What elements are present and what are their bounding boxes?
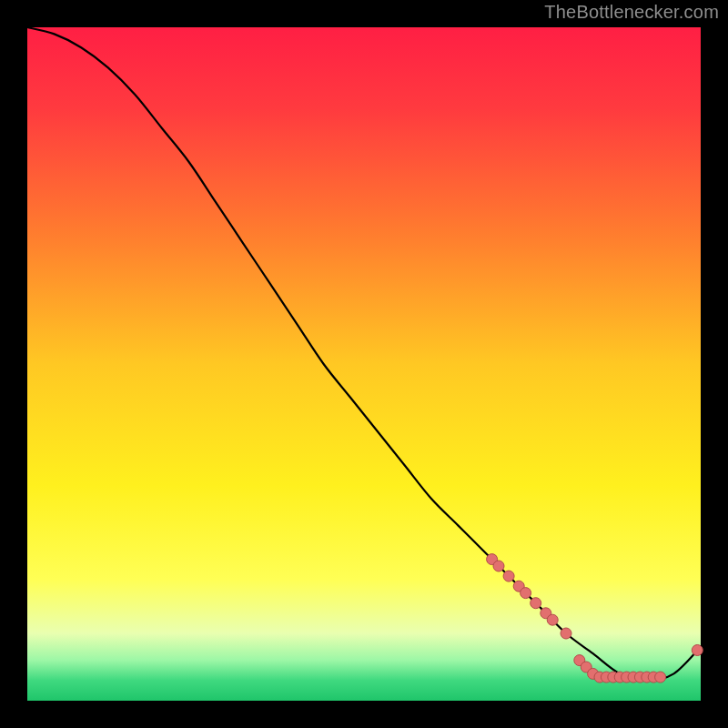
data-marker — [493, 561, 504, 571]
data-marker — [531, 598, 541, 609]
plot-background — [27, 27, 701, 701]
data-marker — [503, 571, 514, 581]
attribution-label: TheBottlenecker.com — [544, 2, 719, 23]
data-marker — [655, 672, 666, 682]
data-marker — [547, 614, 558, 625]
data-marker — [521, 588, 531, 599]
data-marker — [561, 628, 571, 639]
chart-container: { "attribution": "TheBottlenecker.com", … — [0, 0, 728, 728]
data-marker — [692, 645, 703, 656]
bottleneck-chart — [0, 0, 728, 728]
